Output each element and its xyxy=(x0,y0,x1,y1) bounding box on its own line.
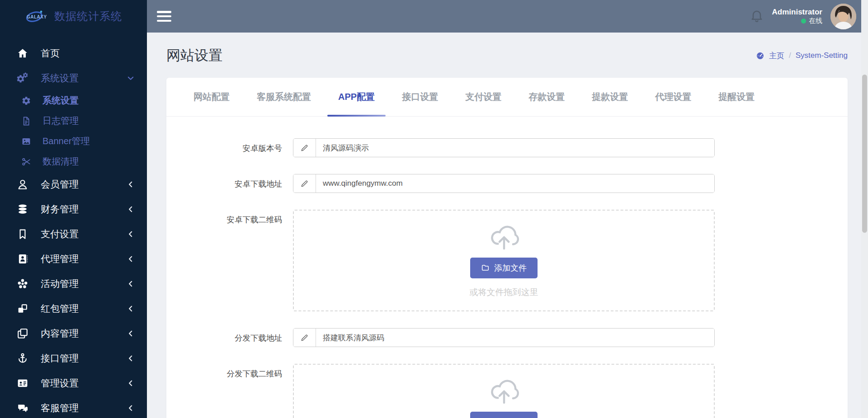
add-file-button[interactable]: 添加文件 xyxy=(470,412,538,418)
user-name: Administrator xyxy=(772,7,822,17)
chevron-left-icon xyxy=(126,404,135,413)
sidebar-subitem-log-management[interactable]: 日志管理 xyxy=(0,111,147,131)
id-badge-icon xyxy=(16,253,29,265)
android-download-url-label: 安卓下载地址 xyxy=(166,174,282,193)
android-version-label: 安卓版本号 xyxy=(166,138,282,157)
sidebar-item-system-settings[interactable]: 系统设置 xyxy=(0,66,147,90)
user-icon xyxy=(16,178,29,190)
distribution-url-label: 分发下载地址 xyxy=(166,328,282,347)
bookmark-icon xyxy=(16,228,29,240)
android-version-input[interactable] xyxy=(316,139,714,157)
pencil-icon xyxy=(300,144,309,152)
sidebar-item-customer-service[interactable]: 客服管理 xyxy=(0,395,147,418)
topbar: Administrator 在线 xyxy=(147,0,868,33)
main-area: Administrator 在线 网站设置 xyxy=(147,0,868,418)
app-logo[interactable]: GALAXY 数据统计系统 xyxy=(0,0,147,33)
sidebar-item-agent-management[interactable]: 代理管理 xyxy=(0,246,147,271)
android-qrcode-dropzone[interactable]: 添加文件 或将文件拖到这里 xyxy=(293,210,715,311)
sidebar-item-redpacket-management[interactable]: 红包管理 xyxy=(0,296,147,321)
sidebar-subitem-data-cleanup[interactable]: 数据清理 xyxy=(0,151,147,172)
app-title: 数据统计系统 xyxy=(54,9,122,23)
distribution-qrcode-dropzone[interactable]: 添加文件 或将文件拖到这里 xyxy=(293,364,715,418)
android-download-url-input-group xyxy=(293,174,715,193)
sidebar-subitem-banner-management[interactable]: Banner管理 xyxy=(0,131,147,151)
gears-icon xyxy=(16,72,29,84)
dashboard-icon xyxy=(756,52,764,60)
tab-reminder-settings[interactable]: 提醒设置 xyxy=(715,78,758,116)
drop-hint: 或将文件拖到这里 xyxy=(470,286,538,298)
distribution-url-input[interactable] xyxy=(316,329,714,347)
edit-addon xyxy=(293,329,316,347)
app-config-form: 安卓版本号 安卓下载地址 xyxy=(166,117,848,418)
sidebar-item-home[interactable]: 首页 xyxy=(0,41,147,66)
settings-tabs: 网站配置 客服系统配置 APP配置 接口设置 支付设置 存款设置 提款设置 代理… xyxy=(166,78,848,117)
chevron-left-icon xyxy=(126,379,135,388)
tab-payment-settings[interactable]: 支付设置 xyxy=(462,78,505,116)
copy-icon xyxy=(16,328,29,339)
sidebar-item-api-management[interactable]: 接口管理 xyxy=(0,346,147,371)
chevron-left-icon xyxy=(126,180,135,189)
squares-icon xyxy=(16,303,29,315)
bell-icon[interactable] xyxy=(750,9,764,24)
user-status: 在线 xyxy=(772,17,822,25)
chevron-left-icon xyxy=(126,254,135,263)
anchor-icon xyxy=(16,352,29,364)
sidebar-item-content-management[interactable]: 内容管理 xyxy=(0,321,147,346)
gear-icon xyxy=(21,96,32,106)
id-card-icon xyxy=(16,377,29,389)
breadcrumb-separator: / xyxy=(789,51,791,60)
pencil-icon xyxy=(300,179,309,188)
chevron-left-icon xyxy=(126,230,135,239)
user-menu[interactable]: Administrator 在线 xyxy=(772,7,822,25)
chat-icon xyxy=(16,402,29,414)
chevron-left-icon xyxy=(126,304,135,313)
content: 网站设置 主页 / System-Setting 网站配置 客服系统配置 APP… xyxy=(147,33,868,418)
tab-withdrawal-settings[interactable]: 提款设置 xyxy=(588,78,632,116)
page-title: 网站设置 xyxy=(166,46,222,65)
distribution-url-input-group xyxy=(293,328,715,347)
android-version-input-group xyxy=(293,138,715,157)
avatar-image xyxy=(830,4,856,29)
sidebar-subitem-system-settings[interactable]: 系统设置 xyxy=(0,90,147,111)
chevron-left-icon xyxy=(126,279,135,288)
breadcrumb-current: System-Setting xyxy=(796,51,848,60)
tab-deposit-settings[interactable]: 存款设置 xyxy=(525,78,568,116)
cloud-upload-icon xyxy=(488,223,520,250)
sidebar-item-member-management[interactable]: 会员管理 xyxy=(0,172,147,197)
sidebar-item-activity-management[interactable]: 活动管理 xyxy=(0,271,147,296)
distribution-qrcode-label: 分发下载二维码 xyxy=(166,364,282,418)
chevron-left-icon xyxy=(126,354,135,363)
settings-card: 网站配置 客服系统配置 APP配置 接口设置 支付设置 存款设置 提款设置 代理… xyxy=(166,78,848,418)
cloud-upload-icon xyxy=(488,377,520,404)
breadcrumb-home[interactable]: 主页 xyxy=(769,51,784,61)
tab-service-system-config[interactable]: 客服系统配置 xyxy=(253,78,315,116)
galaxy-logo-icon: GALAXY xyxy=(17,7,50,26)
sidebar-nav: 首页 系统设置 系统设置 日志管理 Banner管理 数据清理 会员管理 xyxy=(0,33,147,418)
sidebar: GALAXY 数据统计系统 首页 系统设置 系统设置 日志管理 Banner管理… xyxy=(0,0,147,418)
scissors-icon xyxy=(21,157,32,167)
edit-addon xyxy=(293,139,316,157)
add-file-button[interactable]: 添加文件 xyxy=(470,258,538,278)
tab-app-config[interactable]: APP配置 xyxy=(335,78,378,116)
online-status-dot xyxy=(801,19,806,23)
tab-website-config[interactable]: 网站配置 xyxy=(190,78,233,116)
document-icon xyxy=(21,116,32,126)
logo-text: GALAXY xyxy=(27,14,47,19)
tab-api-settings[interactable]: 接口设置 xyxy=(398,78,442,116)
burst-icon xyxy=(16,278,29,290)
folder-icon xyxy=(481,263,490,272)
chevron-left-icon xyxy=(126,329,135,338)
chevron-left-icon xyxy=(126,205,135,214)
android-download-url-input[interactable] xyxy=(316,174,714,193)
tab-agent-settings[interactable]: 代理设置 xyxy=(651,78,695,116)
breadcrumb: 主页 / System-Setting xyxy=(756,51,848,61)
scrollbar-thumb[interactable] xyxy=(862,75,867,233)
avatar[interactable] xyxy=(830,4,856,29)
sidebar-item-finance-management[interactable]: 财务管理 xyxy=(0,197,147,221)
database-icon xyxy=(16,203,29,215)
sidebar-item-payment-settings[interactable]: 支付设置 xyxy=(0,221,147,246)
home-icon xyxy=(16,47,29,59)
sidebar-item-admin-settings[interactable]: 管理设置 xyxy=(0,371,147,395)
image-icon xyxy=(21,136,32,146)
hamburger-menu-icon[interactable] xyxy=(157,11,171,22)
